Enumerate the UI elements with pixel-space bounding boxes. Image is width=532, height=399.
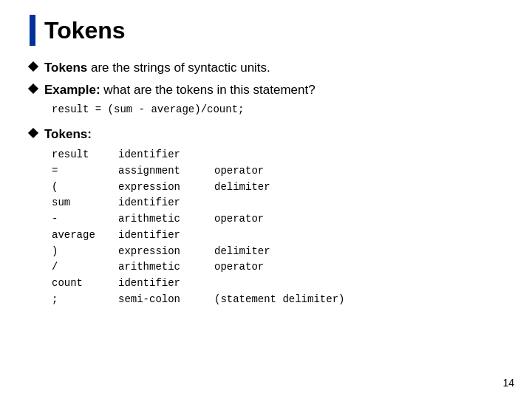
token-col2-8: identifier [118,276,214,292]
token-row-2: (expressiondelimiter [52,180,502,196]
token-col2-3: identifier [118,195,214,211]
token-col2-0: identifier [118,147,214,163]
token-row-7: /arithmeticoperator [52,259,502,276]
token-row-8: countidentifier [52,276,502,292]
bullet-label-2: Example: [44,83,100,97]
bullet-item-1: Tokens are the strings of syntactic unit… [30,59,502,77]
bullet-diamond-tokens [28,128,38,138]
token-col1-8: count [52,276,118,292]
title-bar: Tokens [30,15,502,46]
bullet-text-2: Example: what are the tokens in this sta… [44,81,316,99]
token-col1-5: average [52,228,118,244]
bullet-label-1: Tokens [44,61,87,75]
token-col3-9: (statement delimiter) [214,292,344,308]
token-col3-4: operator [214,211,264,228]
token-col1-2: ( [52,180,118,196]
bullet-diamond-1 [28,61,38,72]
token-col2-7: arithmetic [118,259,214,276]
token-col2-9: semi-colon [118,292,214,308]
tokens-heading: Tokens: [44,127,92,141]
slide-container: Tokens Tokens are the strings of syntact… [0,0,532,399]
slide-title: Tokens [44,17,126,44]
token-col1-1: = [52,163,118,180]
token-row-1: =assignmentoperator [52,163,502,180]
token-row-5: averageidentifier [52,228,502,244]
token-col1-7: / [52,259,118,276]
bullet-diamond-2 [28,83,38,94]
token-col1-0: result [52,147,118,163]
token-col2-5: identifier [118,228,214,244]
token-col1-9: ; [52,292,118,308]
bullet-text-tokens: Tokens: [44,126,92,143]
token-row-3: sumidentifier [52,195,502,211]
page-number: 14 [502,377,514,389]
token-col3-7: operator [214,259,264,276]
title-accent [30,15,35,46]
token-col3-2: delimiter [214,180,270,196]
token-col2-2: expression [118,180,214,196]
token-col2-1: assignment [118,163,214,180]
bullet-item-2: Example: what are the tokens in this sta… [30,81,502,99]
token-col2-4: arithmetic [118,211,214,228]
token-col1-6: ) [52,244,118,260]
token-row-4: -arithmeticoperator [52,211,502,228]
tokens-table: resultidentifier=assignmentoperator(expr… [52,147,502,307]
bullet-item-tokens: Tokens: [30,126,502,143]
bullet-text-1: Tokens are the strings of syntactic unit… [44,59,270,77]
token-col1-3: sum [52,195,118,211]
token-row-9: ;semi-colon(statement delimiter) [52,292,502,308]
code-example: result = (sum - average)/count; [52,103,502,115]
token-col3-6: delimiter [214,244,270,260]
token-col2-6: expression [118,244,214,260]
token-col1-4: - [52,211,118,228]
token-row-0: resultidentifier [52,147,502,163]
token-col3-1: operator [214,163,264,180]
token-row-6: )expressiondelimiter [52,244,502,260]
